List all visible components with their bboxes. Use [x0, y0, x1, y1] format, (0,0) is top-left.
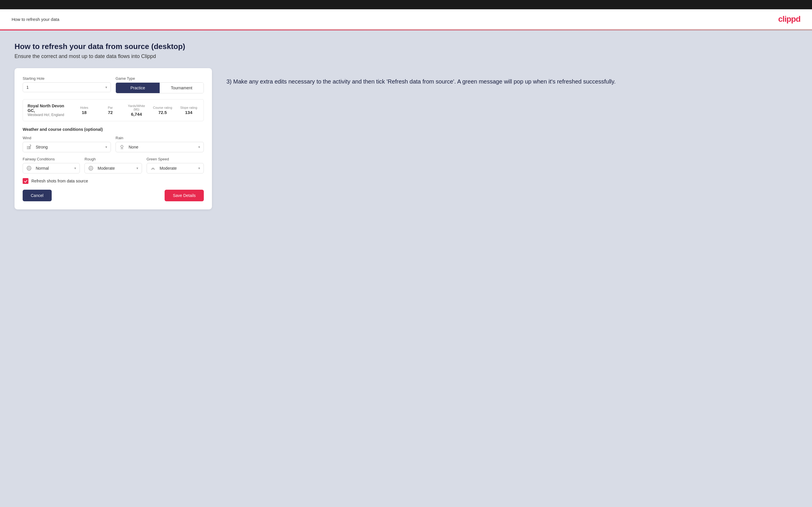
slope-rating-stat: Slope rating 134 — [179, 106, 199, 115]
game-type-buttons: Practice Tournament — [115, 82, 204, 94]
slope-rating-value: 134 — [179, 110, 199, 115]
rain-label: Rain — [115, 136, 204, 140]
green-speed-select[interactable]: Moderate ▾ ModerateSlowFast — [147, 163, 204, 173]
fairway-select[interactable]: Normal ▾ NormalFirmSoft — [22, 163, 80, 173]
course-rating-label: Course rating — [152, 106, 173, 109]
holes-stat: Holes 18 — [74, 106, 94, 115]
top-bar — [0, 0, 812, 9]
fairway-label: Fairway Conditions — [22, 157, 80, 161]
holes-value: 18 — [74, 110, 94, 115]
header: How to refresh your data clippd — [0, 9, 812, 30]
course-name: Royal North Devon GC, — [28, 104, 68, 113]
rough-label: Rough — [85, 157, 142, 161]
fairway-group: Fairway Conditions Normal ▾ NormalFirmSo… — [22, 157, 80, 173]
rough-select[interactable]: Moderate ▾ ModerateLightHeavy — [85, 163, 142, 173]
fairway-rough-green-row: Fairway Conditions Normal ▾ NormalFirmSo… — [22, 157, 204, 173]
course-location: Westward Ho!, England — [28, 113, 68, 117]
side-text-content: 3) Make any extra edits necessary to the… — [226, 77, 798, 86]
green-speed-label: Green Speed — [147, 157, 204, 161]
course-name-block: Royal North Devon GC, Westward Ho!, Engl… — [28, 104, 68, 117]
slope-rating-label: Slope rating — [179, 106, 199, 109]
rain-group: Rain None ▾ NoneLightHeavy — [115, 136, 204, 152]
page-subtitle: Ensure the correct and most up to date d… — [14, 53, 798, 59]
yards-value: 6,744 — [126, 112, 147, 117]
button-row: Cancel Save Details — [22, 190, 204, 201]
course-rating-value: 72.5 — [152, 110, 173, 115]
par-stat: Par 72 — [100, 106, 120, 115]
holes-label: Holes — [74, 106, 94, 109]
starting-hole-select[interactable]: 1 ▾ 1 10 — [22, 82, 111, 92]
refresh-checkbox-label: Refresh shots from data source — [31, 179, 88, 183]
wind-group: Wind Strong ▾ StrongLightNone — [22, 136, 111, 152]
cancel-button[interactable]: Cancel — [22, 190, 52, 201]
course-rating-stat: Course rating 72.5 — [152, 106, 173, 115]
game-type-group: Game Type Practice Tournament — [115, 76, 204, 94]
wind-select[interactable]: Strong ▾ StrongLightNone — [22, 142, 111, 152]
refresh-checkbox[interactable] — [22, 178, 29, 184]
yards-label: Yards/White (M)) — [126, 104, 147, 111]
starting-hole-group: Starting Hole 1 ▾ 1 10 — [22, 76, 111, 94]
content-row: Starting Hole 1 ▾ 1 10 Game Type — [14, 68, 798, 210]
wind-label: Wind — [22, 136, 111, 140]
form-card: Starting Hole 1 ▾ 1 10 Game Type — [14, 68, 212, 210]
game-type-label: Game Type — [115, 76, 204, 80]
main-content: How to refresh your data from source (de… — [0, 31, 812, 507]
save-button[interactable]: Save Details — [165, 190, 204, 201]
top-form-row: Starting Hole 1 ▾ 1 10 Game Type — [22, 76, 204, 94]
yards-stat: Yards/White (M)) 6,744 — [126, 104, 147, 117]
checkmark-icon — [24, 179, 28, 183]
rain-select[interactable]: None ▾ NoneLightHeavy — [115, 142, 204, 152]
page-heading: How to refresh your data from source (de… — [14, 42, 798, 51]
side-text: 3) Make any extra edits necessary to the… — [226, 68, 798, 86]
wind-rain-row: Wind Strong ▾ StrongLightNone — [22, 136, 204, 152]
tournament-button[interactable]: Tournament — [160, 83, 204, 93]
green-speed-group: Green Speed Moderate ▾ ModerateSlowFast — [147, 157, 204, 173]
header-title: How to refresh your data — [12, 17, 59, 22]
rough-group: Rough Moderate ▾ ModerateLightHeavy — [85, 157, 142, 173]
conditions-heading: Weather and course conditions (optional) — [22, 127, 204, 132]
practice-button[interactable]: Practice — [116, 83, 160, 93]
par-value: 72 — [100, 110, 120, 115]
logo: clippd — [778, 14, 800, 24]
starting-hole-label: Starting Hole — [22, 76, 111, 80]
par-label: Par — [100, 106, 120, 109]
refresh-checkbox-row: Refresh shots from data source — [22, 178, 204, 184]
course-info-row: Royal North Devon GC, Westward Ho!, Engl… — [22, 99, 204, 121]
